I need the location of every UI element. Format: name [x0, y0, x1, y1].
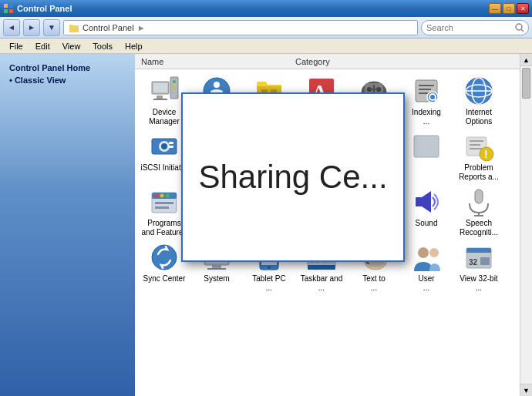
menu-tools[interactable]: Tools [86, 40, 119, 52]
icon-speech[interactable]: SpeechRecogniti... [453, 183, 505, 239]
minimize-button[interactable]: — [489, 3, 501, 14]
hidden3-icon [411, 131, 442, 162]
menu-file[interactable]: File [3, 40, 29, 52]
main-layout: Control Panel Home Classic View Name Cat… [0, 54, 532, 396]
programs-icon [149, 186, 180, 217]
svg-rect-78 [416, 197, 422, 206]
menu-edit[interactable]: Edit [29, 40, 56, 52]
taskbar-label: Taskbar and... [301, 274, 342, 293]
search-input[interactable] [426, 23, 512, 32]
icon-problem-reports[interactable]: ! ProblemReports a... [453, 128, 505, 183]
svg-rect-101 [466, 248, 491, 253]
svg-rect-42 [169, 146, 173, 148]
svg-rect-87 [207, 268, 226, 270]
back-button[interactable]: ◄ [3, 19, 20, 36]
svg-rect-8 [153, 83, 167, 92]
svg-text:!: ! [484, 148, 488, 160]
col-name[interactable]: Name [141, 57, 295, 66]
cp-icon [3, 3, 14, 14]
svg-point-61 [166, 194, 170, 198]
sidebar: Control Panel Home Classic View [0, 54, 135, 396]
maximize-button[interactable]: □ [503, 3, 515, 14]
sound-label: Sound [416, 219, 438, 228]
path-text: Control Panel [82, 23, 134, 32]
system-label: System [204, 274, 229, 284]
svg-point-40 [161, 143, 167, 149]
indexing-icon [411, 76, 442, 106]
sync-icon [149, 242, 180, 273]
icon-view32[interactable]: 32 View 32-bit... [453, 239, 505, 294]
svg-rect-54 [470, 148, 482, 149]
scroll-thumb[interactable] [522, 68, 530, 99]
scrollbar[interactable]: ▲ ▼ [520, 54, 532, 396]
svg-rect-53 [470, 144, 480, 146]
svg-rect-62 [155, 202, 173, 204]
menu-view[interactable]: View [56, 40, 87, 52]
path-separator: ► [137, 23, 146, 32]
close-button[interactable]: ✕ [517, 3, 529, 14]
svg-rect-79 [475, 190, 483, 203]
folder-icon [69, 22, 79, 33]
view32-label: View 32-bit... [460, 274, 497, 293]
menu-help[interactable]: Help [119, 40, 149, 52]
svg-rect-3 [9, 9, 13, 13]
user-label: User... [418, 274, 434, 293]
svg-point-60 [160, 194, 164, 198]
svg-rect-2 [4, 9, 8, 13]
programs-label: Programsand Features [142, 219, 187, 237]
search-icon [515, 23, 524, 32]
svg-rect-41 [169, 142, 173, 144]
sidebar-classic-view[interactable]: Classic View [0, 74, 135, 86]
sync-label: Sync Center [143, 274, 185, 284]
sound-icon [411, 186, 442, 217]
svg-text:32: 32 [469, 258, 478, 267]
svg-rect-50 [414, 136, 439, 157]
problem-reports-icon: ! [463, 131, 494, 162]
svg-point-98 [418, 247, 429, 258]
svg-line-6 [521, 29, 524, 32]
device-manager-icon [149, 76, 180, 106]
scroll-up-button[interactable]: ▲ [520, 54, 532, 66]
user-icon [411, 242, 442, 273]
icon-hidden3[interactable] [400, 128, 453, 183]
search-box[interactable] [421, 20, 529, 35]
address-bar: ◄ ► ▼ Control Panel ► [0, 17, 532, 39]
col-category[interactable]: Category [295, 57, 513, 66]
text-label: Text to... [362, 274, 385, 293]
svg-point-99 [429, 248, 439, 257]
title-bar-controls: — □ ✕ [489, 3, 529, 14]
svg-point-5 [516, 24, 522, 30]
icon-sound[interactable]: Sound [400, 183, 453, 239]
forward-button[interactable]: ► [23, 19, 40, 36]
menu-bar: File Edit View Tools Help [0, 39, 532, 54]
svg-rect-28 [419, 85, 434, 86]
svg-point-90 [268, 266, 271, 269]
content-area: Name Category DeviceManager [135, 54, 520, 396]
svg-rect-29 [419, 89, 431, 90]
iscsi-icon [149, 131, 180, 162]
address-path[interactable]: Control Panel ► [63, 20, 418, 35]
title-text: Control Panel [17, 4, 72, 13]
icon-internet-options[interactable]: InternetOptions [453, 72, 505, 128]
indexing-label: Indexing... [412, 108, 441, 126]
view32-icon: 32 [463, 242, 494, 273]
sharing-overlay-text: Sharing Ce... [198, 159, 387, 196]
svg-rect-9 [157, 96, 163, 99]
icon-indexing[interactable]: Indexing... [400, 72, 453, 128]
scroll-track[interactable] [520, 66, 532, 384]
sidebar-home-link[interactable]: Control Panel Home [0, 60, 135, 74]
speech-icon [463, 186, 494, 217]
svg-rect-93 [308, 265, 335, 270]
svg-rect-1 [9, 4, 13, 8]
svg-rect-86 [212, 265, 221, 268]
dropdown-button[interactable]: ▼ [43, 19, 60, 36]
scroll-down-button[interactable]: ▼ [520, 384, 532, 396]
icon-user[interactable]: User... [400, 239, 453, 294]
svg-rect-63 [155, 206, 169, 209]
internet-options-label: InternetOptions [466, 108, 492, 126]
svg-point-59 [155, 194, 159, 198]
device-manager-label: DeviceManager [149, 108, 179, 126]
svg-rect-103 [480, 257, 490, 265]
svg-point-13 [173, 86, 176, 89]
svg-rect-52 [470, 140, 483, 142]
